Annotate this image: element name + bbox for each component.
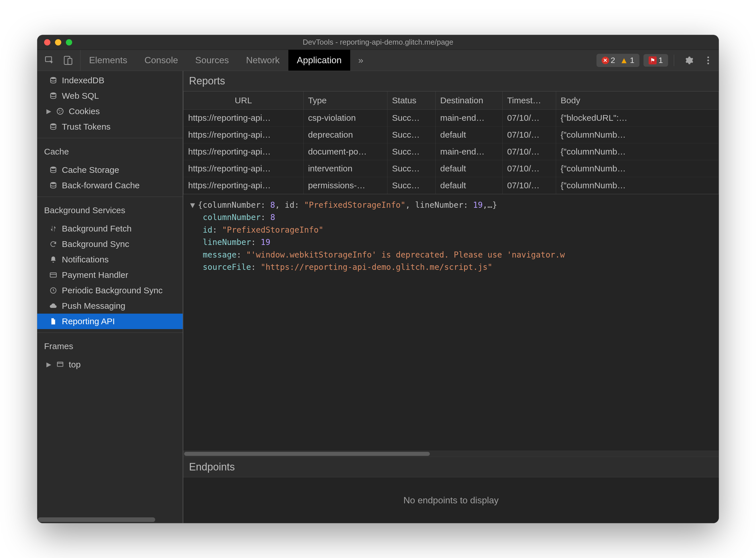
sidebar-item-cookies[interactable]: ▶ Cookies xyxy=(37,104,183,119)
sidebar-item-cache-storage[interactable]: Cache Storage xyxy=(37,162,183,178)
main-content: Reports URL Type Status Destination Time… xyxy=(183,71,719,523)
detail-row: id: "PrefixedStorageInfo" xyxy=(190,224,712,236)
zoom-window-button[interactable] xyxy=(66,39,72,46)
error-icon: ✕ xyxy=(602,57,609,64)
table-row[interactable]: https://reporting-api…csp-violationSucc…… xyxy=(184,109,719,126)
frames-tree: ▶ top xyxy=(37,355,183,372)
sidebar-item-periodic-bg-sync[interactable]: Periodic Background Sync xyxy=(37,283,183,298)
error-count: 2 xyxy=(611,56,615,65)
svg-point-9 xyxy=(59,110,60,111)
sidebar-hscrollbar[interactable] xyxy=(37,516,183,523)
tab-application[interactable]: Application xyxy=(288,50,350,71)
table-cell: deprecation xyxy=(303,126,387,143)
tab-sources[interactable]: Sources xyxy=(187,50,237,71)
table-cell: https://reporting-api… xyxy=(184,126,303,143)
table-cell: main-end… xyxy=(436,143,503,160)
svg-point-5 xyxy=(707,62,709,64)
window-title: DevTools - reporting-api-demo.glitch.me/… xyxy=(43,38,713,47)
col-type[interactable]: Type xyxy=(303,92,387,109)
table-cell: Succ… xyxy=(387,109,436,126)
table-cell: Succ… xyxy=(387,126,436,143)
sidebar-item-websql[interactable]: Web SQL xyxy=(37,88,183,104)
cache-tree: Cache Storage Back-forward Cache xyxy=(37,160,183,193)
sidebar-item-label: Background Sync xyxy=(62,239,129,249)
detail-hscrollbar[interactable] xyxy=(183,451,719,457)
sidebar-item-notifications[interactable]: Notifications xyxy=(37,252,183,267)
table-cell: 07/10/… xyxy=(502,177,556,194)
database-icon xyxy=(49,122,58,131)
console-issues-badge[interactable]: ✕ 2 ▲ 1 xyxy=(596,54,640,67)
sidebar-item-trust-tokens[interactable]: Trust Tokens xyxy=(37,119,183,134)
bell-icon xyxy=(49,255,58,264)
clock-icon xyxy=(49,286,58,295)
table-cell: https://reporting-api… xyxy=(184,177,303,194)
reports-table-wrap: URL Type Status Destination Timest… Body… xyxy=(183,91,719,194)
violation-count-badge: ⚑ 1 xyxy=(646,55,665,66)
sidebar-header-cache: Cache xyxy=(37,138,183,160)
sidebar-item-bg-sync[interactable]: Background Sync xyxy=(37,236,183,252)
tab-elements[interactable]: Elements xyxy=(80,50,136,71)
endpoints-empty-state: No endpoints to display xyxy=(183,477,719,523)
sidebar-item-indexeddb[interactable]: IndexedDB xyxy=(37,73,183,88)
panel-tabs: Elements Console Sources Network Applica… xyxy=(80,50,350,71)
cookie-icon xyxy=(55,107,65,116)
svg-point-6 xyxy=(51,77,56,79)
sidebar-item-frame-top[interactable]: ▶ top xyxy=(37,357,183,372)
sidebar-item-bg-fetch[interactable]: Background Fetch xyxy=(37,221,183,236)
minimize-window-button[interactable] xyxy=(55,39,61,46)
table-cell: intervention xyxy=(303,160,387,177)
sidebar-item-label: Trust Tokens xyxy=(62,122,111,132)
devtools-window: DevTools - reporting-api-demo.glitch.me/… xyxy=(37,35,719,523)
cloud-icon xyxy=(49,301,58,310)
inspect-element-icon[interactable] xyxy=(45,55,54,65)
violations-badge[interactable]: ⚑ 1 xyxy=(643,54,668,67)
col-destination[interactable]: Destination xyxy=(436,92,503,109)
svg-point-13 xyxy=(51,167,56,169)
table-cell: 07/10/… xyxy=(502,143,556,160)
col-status[interactable]: Status xyxy=(387,92,436,109)
database-icon xyxy=(49,76,58,85)
more-menu-button[interactable] xyxy=(702,56,714,65)
report-detail-pane[interactable]: ▼{columnNumber: 8, id: "PrefixedStorageI… xyxy=(183,194,719,451)
detail-row: sourceFile: "https://reporting-api-demo.… xyxy=(190,261,712,273)
svg-point-12 xyxy=(51,123,56,125)
sidebar-item-bfcache[interactable]: Back-forward Cache xyxy=(37,178,183,193)
table-cell: https://reporting-api… xyxy=(184,109,303,126)
caret-right-icon: ▶ xyxy=(46,108,52,115)
toolbar-left-group xyxy=(37,50,80,71)
table-cell: Succ… xyxy=(387,177,436,194)
sidebar-item-reporting-api[interactable]: Reporting API xyxy=(37,314,183,329)
sidebar-item-push-messaging[interactable]: Push Messaging xyxy=(37,298,183,314)
svg-rect-0 xyxy=(46,57,52,61)
sidebar-item-label: Notifications xyxy=(62,255,108,264)
table-row[interactable]: https://reporting-api…deprecationSucc…de… xyxy=(184,126,719,143)
table-cell: 07/10/… xyxy=(502,160,556,177)
tab-console[interactable]: Console xyxy=(136,50,187,71)
sidebar-scroll[interactable]: IndexedDB Web SQL ▶ Cookies Trust Tokens xyxy=(37,71,183,516)
svg-point-7 xyxy=(51,93,56,95)
table-cell: Succ… xyxy=(387,160,436,177)
violation-icon: ⚑ xyxy=(649,56,657,65)
table-row[interactable]: https://reporting-api…interventionSucc…d… xyxy=(184,160,719,177)
table-row[interactable]: https://reporting-api…document-po…Succ…m… xyxy=(184,143,719,160)
sidebar-header-bg-services: Background Services xyxy=(37,197,183,219)
close-window-button[interactable] xyxy=(44,39,50,46)
settings-button[interactable] xyxy=(680,56,698,65)
kebab-icon xyxy=(707,56,710,65)
bg-services-tree: Background Fetch Background Sync Notific… xyxy=(37,219,183,329)
application-sidebar: IndexedDB Web SQL ▶ Cookies Trust Tokens xyxy=(37,71,183,523)
warning-count: 1 xyxy=(630,56,635,65)
device-toolbar-icon[interactable] xyxy=(63,55,73,65)
col-body[interactable]: Body xyxy=(556,92,718,109)
sidebar-item-payment-handler[interactable]: Payment Handler xyxy=(37,267,183,283)
tabs-overflow-button[interactable]: » xyxy=(350,50,371,71)
sync-icon xyxy=(49,239,58,249)
table-cell: 07/10/… xyxy=(502,126,556,143)
detail-summary-row[interactable]: ▼{columnNumber: 8, id: "PrefixedStorageI… xyxy=(190,199,712,211)
col-timestamp[interactable]: Timest… xyxy=(502,92,556,109)
col-url[interactable]: URL xyxy=(184,92,303,109)
table-row[interactable]: https://reporting-api…permissions-…Succ…… xyxy=(184,177,719,194)
table-cell: default xyxy=(436,160,503,177)
tab-network[interactable]: Network xyxy=(237,50,288,71)
svg-point-3 xyxy=(707,56,709,58)
